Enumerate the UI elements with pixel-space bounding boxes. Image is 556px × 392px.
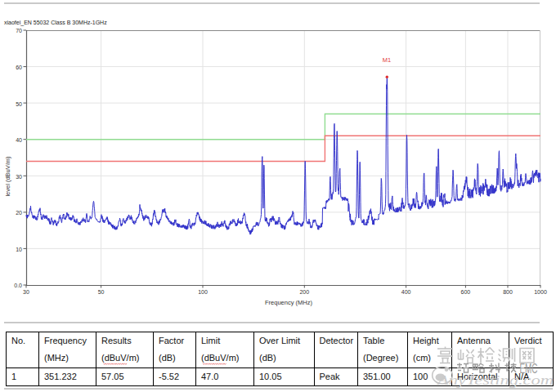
svg-text:AnyTesting.com: AnyTesting.com (437, 372, 554, 388)
